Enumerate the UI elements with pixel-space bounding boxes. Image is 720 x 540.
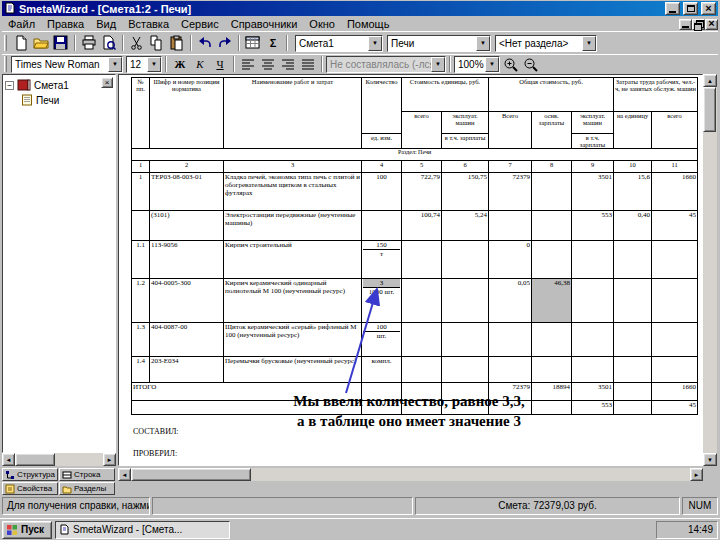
menu-edit[interactable]: Правка (41, 17, 90, 31)
vertical-scrollbar[interactable]: ▲ ▼ (703, 74, 717, 466)
menu-file[interactable]: Файл (2, 17, 41, 31)
cell-c5[interactable]: 100,74 (402, 211, 442, 241)
cell-num[interactable] (132, 211, 150, 241)
pane-close-icon[interactable]: × (101, 77, 113, 88)
align-justify-button[interactable] (298, 55, 318, 73)
zoom-combo[interactable]: 100% ▼ (454, 56, 500, 73)
cell-c9[interactable] (572, 323, 614, 357)
cell-c9[interactable] (572, 279, 614, 323)
cell-name[interactable]: Кирпич керамический одинарный полнотелый… (224, 279, 362, 323)
menu-insert[interactable]: Вставка (122, 17, 175, 31)
cell-c10[interactable] (614, 279, 652, 323)
scroll-right-icon[interactable]: ► (690, 468, 703, 481)
cell-c11[interactable] (652, 241, 698, 279)
cell-code[interactable]: 404-0005-300 (150, 279, 224, 323)
cell-c5[interactable] (402, 279, 442, 323)
align-left-button[interactable] (238, 55, 258, 73)
cell-c10[interactable]: 0,40 (614, 211, 652, 241)
cell-c6[interactable]: 5,24 (442, 211, 489, 241)
cell-code[interactable]: 113-9056 (150, 241, 224, 279)
child-close-button[interactable]: × (705, 19, 718, 30)
cell-c8[interactable] (532, 323, 572, 357)
cell-c5[interactable] (402, 357, 442, 383)
cell-c7[interactable]: 72379 (489, 173, 532, 211)
open-button[interactable] (31, 34, 51, 52)
toolbar-grip[interactable] (4, 56, 7, 72)
cell-c8[interactable] (532, 357, 572, 383)
cell-c7[interactable] (489, 323, 532, 357)
cell-c6[interactable] (442, 241, 489, 279)
cell-c10[interactable] (614, 241, 652, 279)
cell-c11[interactable] (652, 323, 698, 357)
tab-sections[interactable]: Разделы (59, 482, 115, 495)
cell-num[interactable]: 1.1 (132, 241, 150, 279)
cell-c9[interactable]: 3501 (572, 173, 614, 211)
new-document-button[interactable] (11, 34, 31, 52)
print-button[interactable] (79, 34, 99, 52)
print-preview-button[interactable] (99, 34, 119, 52)
bold-button[interactable]: Ж (170, 55, 190, 73)
cell-c5[interactable]: 722,79 (402, 173, 442, 211)
chevron-down-icon[interactable]: ▼ (368, 36, 382, 51)
cell-c9[interactable]: 553 (572, 211, 614, 241)
tab-structure[interactable]: Структура (2, 468, 58, 481)
scrollbar-thumb[interactable] (15, 453, 55, 466)
cell-c7[interactable]: 0,05 (489, 279, 532, 323)
sum-button[interactable]: Σ (263, 34, 283, 52)
redo-button[interactable] (215, 34, 235, 52)
title-bar[interactable]: SmetaWizard - [Смета1:2 - Печи] × (2, 1, 718, 16)
cell-qty[interactable]: 150 т (362, 241, 402, 279)
menu-references[interactable]: Справочники (225, 17, 304, 31)
zoom-in-button[interactable] (500, 55, 520, 73)
cell-c11[interactable]: 45 (652, 211, 698, 241)
cell-c10[interactable] (614, 357, 652, 383)
cell-c7[interactable]: 0 (489, 241, 532, 279)
underline-button[interactable]: Ч (210, 55, 230, 73)
menu-window[interactable]: Окно (303, 17, 341, 31)
scroll-right-icon[interactable]: ► (103, 453, 116, 466)
horizontal-scrollbar[interactable]: ◄ ► (118, 468, 703, 481)
chevron-down-icon[interactable]: ▼ (476, 36, 490, 51)
cut-button[interactable] (127, 34, 147, 52)
cell-code[interactable]: (3101) (150, 211, 224, 241)
cell-c6[interactable]: 150,75 (442, 173, 489, 211)
maximize-button[interactable] (683, 2, 698, 15)
cell-code[interactable]: ТЕР03-08-003-01 (150, 173, 224, 211)
cell-qty-highlighted[interactable]: 3 1000 шт. (362, 279, 402, 323)
save-button[interactable] (51, 34, 71, 52)
cell-c6[interactable] (442, 279, 489, 323)
tree-item-estimate[interactable]: − Смета1 (5, 78, 113, 93)
cell-num[interactable]: 1 (132, 173, 150, 211)
cell-num[interactable]: 1.3 (132, 323, 150, 357)
cell-name[interactable]: Кирпич строительный (224, 241, 362, 279)
cell-num[interactable]: 1.4 (132, 357, 150, 383)
paste-button[interactable] (167, 34, 187, 52)
cell-c8[interactable] (532, 241, 572, 279)
cell-c5[interactable] (402, 323, 442, 357)
menu-view[interactable]: Вид (90, 17, 122, 31)
cell-c11[interactable] (652, 279, 698, 323)
cell-name[interactable]: Кладка печей, экономка типа печь с плито… (224, 173, 362, 211)
cell-c8-highlighted[interactable]: 46,38 (532, 279, 572, 323)
cell-name[interactable]: Перемычки брусковые (неучтенный ресурс) (224, 357, 362, 383)
cell-c10[interactable] (614, 323, 652, 357)
cell-code[interactable]: 404-0087-00 (150, 323, 224, 357)
child-restore-button[interactable] (692, 19, 705, 30)
cell-name[interactable]: Щиток керамический «серый» рифленый М 10… (224, 323, 362, 357)
section-combo[interactable]: <Нет раздела> ▼ (495, 35, 597, 52)
tree-horizontal-scrollbar[interactable]: ◄ ► (2, 453, 116, 466)
child-minimize-button[interactable] (679, 19, 692, 30)
cell-c6[interactable] (442, 357, 489, 383)
cell-name[interactable]: Электростанции передвижные (неучтенные м… (224, 211, 362, 241)
undo-button[interactable] (195, 34, 215, 52)
scrollbar-thumb[interactable] (703, 87, 716, 132)
cell-qty[interactable]: компл. (362, 357, 402, 383)
italic-button[interactable]: К (190, 55, 210, 73)
taskbar-app-button[interactable]: SmetaWizard - [Смета... (55, 521, 230, 539)
cell-c6[interactable] (442, 323, 489, 357)
cell-c7[interactable] (489, 211, 532, 241)
estimate-combo[interactable]: Смета1 ▼ (295, 35, 383, 52)
clock[interactable]: 14:49 (688, 524, 713, 535)
menu-service[interactable]: Сервис (175, 17, 225, 31)
font-combo[interactable]: Times New Roman ▼ (11, 56, 123, 73)
